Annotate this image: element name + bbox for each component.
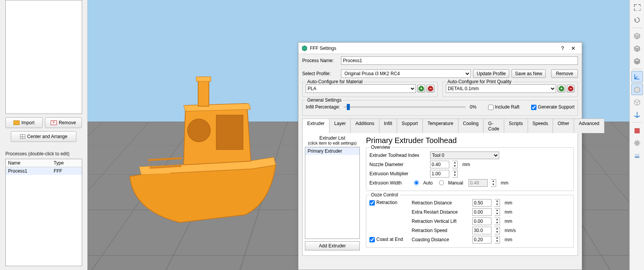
extruder-list-hint: (click item to edit settings) (305, 141, 360, 145)
tab-infill[interactable]: Infill (379, 119, 397, 133)
spin-buttons[interactable]: ▲▼ (495, 236, 500, 244)
extrusion-multiplier-input[interactable] (430, 170, 449, 178)
generate-support-checkbox[interactable] (531, 105, 536, 110)
remove-profile-button[interactable]: Remove (551, 69, 578, 78)
dialog-title: FFF Settings (310, 46, 557, 51)
minus-icon: − (568, 86, 573, 91)
center-arrange-label: Center and Arrange (27, 134, 68, 139)
list-item[interactable]: Primary Extruder (305, 147, 359, 155)
tool-settings-icon[interactable] (631, 137, 643, 149)
extra-restart-input[interactable] (472, 208, 492, 216)
slider-thumb[interactable] (347, 104, 350, 110)
unit-mm: mm (462, 162, 470, 167)
quality-add-button[interactable]: + (558, 85, 565, 92)
extrusion-width-input (469, 179, 488, 187)
retraction-label[interactable]: Retraction (369, 200, 397, 206)
remove-model-button[interactable]: Remove (45, 117, 82, 128)
tab-temperature[interactable]: Temperature (422, 119, 458, 133)
spin-buttons[interactable]: ▲▼ (495, 217, 500, 225)
infill-value: 0% (470, 104, 476, 110)
tab-additions[interactable]: Additions (350, 119, 379, 133)
extra-restart-label: Extra Restart Distance (412, 209, 469, 215)
infill-slider[interactable] (344, 106, 466, 108)
tab-gcode[interactable]: G-Code (483, 119, 504, 133)
vertical-lift-input[interactable] (472, 217, 492, 225)
material-dropdown[interactable]: PLA (306, 84, 416, 93)
tool-cube2-icon[interactable] (631, 43, 643, 54)
coasting-distance-label: Coasting Distance (412, 237, 469, 242)
tool-wireframe-cube-icon[interactable] (631, 96, 643, 108)
tab-speeds[interactable]: Speeds (528, 119, 553, 133)
spin-buttons[interactable]: ▲▼ (495, 199, 500, 207)
toolhead-index-dropdown[interactable]: Tool 0 (430, 151, 499, 159)
generate-support-label[interactable]: Generate Support (531, 104, 574, 110)
coast-at-end-checkbox[interactable] (369, 237, 375, 242)
select-profile-dropdown[interactable]: Original Prusa i3 MK2 RC4 (341, 69, 471, 78)
update-profile-button[interactable]: Update Profile (473, 69, 509, 78)
spin-buttons[interactable]: ▲▼ (495, 208, 500, 216)
select-profile-label: Select Profile: (302, 71, 339, 76)
spin-buttons[interactable]: ▲▼ (452, 161, 458, 168)
material-remove-button[interactable]: − (427, 85, 434, 92)
extrusion-width-manual-radio[interactable] (439, 180, 444, 185)
plus-icon: + (419, 86, 424, 91)
processes-table[interactable]: Name Type Process1 FFF (5, 159, 82, 266)
retraction-speed-input[interactable] (472, 227, 492, 234)
settings-tabs: Extruder Layer Additions Infill Support … (302, 118, 578, 133)
tab-extruder[interactable]: Extruder (302, 119, 329, 133)
spin-buttons[interactable]: ▲▼ (495, 227, 500, 234)
retraction-distance-input[interactable] (472, 199, 492, 207)
tool-layers-icon[interactable] (631, 150, 643, 161)
tool-fit-icon[interactable] (631, 2, 643, 13)
tool-section-icon[interactable] (631, 125, 643, 136)
spin-buttons[interactable]: ▲▼ (452, 170, 458, 178)
table-row[interactable]: Process1 FFF (6, 167, 82, 175)
spin-buttons: ▲▼ (491, 179, 496, 187)
import-label: Import (22, 120, 35, 125)
quality-remove-button[interactable]: − (567, 85, 574, 92)
right-toolbar (629, 0, 644, 270)
svg-rect-4 (635, 128, 639, 133)
cell-type: FFF (51, 167, 82, 175)
save-as-new-button[interactable]: Save as New (512, 69, 546, 78)
extruder-list[interactable]: Primary Extruder (305, 147, 360, 239)
include-raft-checkbox[interactable] (488, 105, 493, 110)
cell-name: Process1 (6, 167, 51, 175)
quality-dropdown[interactable]: DETAIL 0.1mm (446, 84, 556, 93)
tool-axes-icon[interactable] (631, 71, 643, 82)
extruder-list-title: Extruder List (305, 135, 360, 141)
tool-reset-icon[interactable] (631, 14, 643, 26)
add-extruder-button[interactable]: Add Extruder (305, 241, 360, 250)
nozzle-diameter-input[interactable] (430, 161, 449, 168)
coast-at-end-label[interactable]: Coast at End (369, 237, 403, 242)
tab-advanced[interactable]: Advanced (574, 119, 604, 133)
tool-cube1-icon[interactable] (631, 30, 643, 41)
close-button[interactable]: ✕ (568, 44, 579, 53)
center-arrange-button[interactable]: Center and Arrange (11, 131, 76, 142)
tab-layer[interactable]: Layer (329, 119, 351, 133)
unit-mm: mm (501, 180, 508, 186)
tab-cooling[interactable]: Cooling (458, 119, 484, 133)
overview-legend: Overview (369, 145, 392, 150)
tab-other[interactable]: Other (553, 119, 574, 133)
infill-label: Infill Percentage: (306, 104, 340, 110)
tab-scripts[interactable]: Scripts (504, 119, 528, 133)
general-settings-legend: General Settings (306, 97, 343, 103)
import-button[interactable]: Import (5, 117, 43, 128)
model-list[interactable] (5, 0, 82, 114)
extrusion-width-auto-radio[interactable] (414, 180, 419, 185)
dialog-titlebar[interactable]: FFF Settings ? ✕ (298, 43, 582, 54)
tool-axis2-icon[interactable] (631, 109, 643, 120)
include-raft-label[interactable]: Include Raft (488, 104, 520, 110)
tool-solid-cube-icon[interactable] (631, 84, 643, 95)
tool-cube3-icon[interactable] (631, 55, 643, 67)
retraction-checkbox[interactable] (369, 200, 375, 206)
material-add-button[interactable]: + (417, 85, 425, 92)
process-name-input[interactable] (341, 56, 578, 65)
help-button[interactable]: ? (557, 44, 568, 53)
retraction-speed-label: Retraction Speed (412, 228, 469, 233)
tab-support[interactable]: Support (397, 119, 423, 133)
coasting-distance-input[interactable] (472, 236, 492, 244)
retraction-distance-label: Retraction Distance (412, 200, 469, 206)
svg-rect-3 (196, 77, 211, 81)
